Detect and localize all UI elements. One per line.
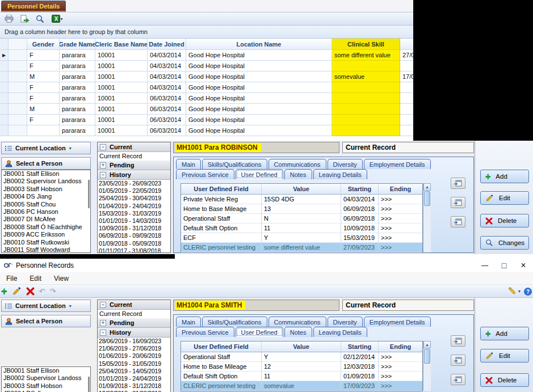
tab-communications[interactable]: Communications <box>268 159 326 169</box>
tab-previous-service[interactable]: Previous Service <box>176 327 234 337</box>
tab-user-defined[interactable]: User Defined <box>236 327 283 337</box>
tab-main[interactable]: Main <box>176 317 201 327</box>
window-title-bar[interactable]: Personnel Records — □ × <box>0 259 533 272</box>
minimize-button[interactable]: — <box>475 259 494 272</box>
table-scrollbar[interactable]: ▲ <box>423 183 431 252</box>
collapse-icon[interactable]: − <box>100 330 106 336</box>
col-value[interactable]: Value <box>262 342 341 352</box>
tab-diversity[interactable]: Diversity <box>328 317 363 327</box>
tab-leaving-details[interactable]: Leaving Details <box>313 327 367 337</box>
column-header-clinical-skill[interactable]: Clinical Skill <box>332 39 400 50</box>
tab-personnel-details[interactable]: Personnel Details <box>1 1 66 12</box>
history-item[interactable]: 01/05/2019 - 22/05/2019 <box>98 187 170 195</box>
col-user-defined-field[interactable]: User Defined Field <box>181 342 262 352</box>
pen-icon[interactable] <box>12 286 22 296</box>
delete-button[interactable]: Delete <box>480 214 529 227</box>
delete-button[interactable]: Delete <box>480 373 529 387</box>
list-item[interactable]: JB0005 Staff Chou <box>2 201 90 208</box>
scrollbar-thumb[interactable] <box>424 191 430 206</box>
tab-employment-details[interactable]: Employment Details <box>364 159 431 169</box>
tree-node-current[interactable]: − Current <box>98 142 170 152</box>
close-button[interactable]: × <box>514 259 533 272</box>
tab-skills-qualifications[interactable]: Skills/Qualifications <box>202 317 267 327</box>
zoom-icon[interactable] <box>34 14 45 24</box>
expand-icon[interactable]: + <box>100 162 106 168</box>
table-scrollbar[interactable]: ▲ <box>423 341 431 391</box>
column-header-grade-name[interactable]: Grade Name <box>60 39 95 50</box>
history-item[interactable]: 01/01/2019 - 24/04/2019 <box>98 375 170 382</box>
add-button[interactable]: + Add <box>480 327 529 340</box>
column-header-date-joined[interactable]: Date Joined <box>148 39 186 50</box>
table-row[interactable]: Operational StaffN06/09/2018>>> <box>181 214 422 224</box>
history-item[interactable]: 01/09/2018 - 31/12/2018 <box>98 382 170 390</box>
list-item[interactable]: JB0002 Supervisor Landoss <box>2 374 90 382</box>
history-item[interactable]: 25/04/2019 - 30/04/2019 <box>98 195 170 202</box>
col-ending[interactable]: Ending <box>379 342 422 352</box>
col-ending[interactable]: Ending <box>379 184 422 194</box>
edit-button[interactable]: Edit <box>480 191 529 205</box>
column-header-location-name[interactable]: Location Name <box>186 39 332 50</box>
col-starting[interactable]: Starting <box>341 342 379 352</box>
record-detail-button[interactable] <box>451 374 465 385</box>
tab-leaving-details[interactable]: Leaving Details <box>313 169 367 179</box>
table-row-selected[interactable]: CLERIC personnel testingsome different v… <box>181 243 422 252</box>
record-detail-button[interactable] <box>451 197 465 208</box>
list-item[interactable]: JB0002 Supervisor Landoss <box>2 178 90 185</box>
add-button[interactable]: + Add <box>480 170 529 183</box>
history-item[interactable]: 01/11/2017 - 31/08/2018 <box>98 247 170 253</box>
history-item[interactable]: 06/09/2018 - 09/09/2018 <box>98 232 170 239</box>
scrollbar-thumb[interactable] <box>424 349 430 364</box>
history-item[interactable]: 15/05/2019 - 31/05/2019 <box>98 360 170 368</box>
tab-communications[interactable]: Communications <box>268 317 326 327</box>
history-item[interactable]: 21/06/2019 - 27/06/2019 <box>98 345 170 352</box>
tree-node-pending[interactable]: + Pending <box>98 161 170 170</box>
maximize-button[interactable]: □ <box>494 259 514 272</box>
history-item[interactable]: 01/09/2018 - 05/09/2018 <box>98 240 170 247</box>
history-item[interactable]: 25/04/2019 - 14/05/2019 <box>98 368 170 375</box>
record-detail-button[interactable] <box>451 216 465 227</box>
collapse-icon[interactable]: − <box>100 144 106 150</box>
table-row[interactable]: Home to Base Mileage1306/09/2018>>> <box>181 204 422 214</box>
current-location-dropdown[interactable]: Current Location ▾ <box>1 300 91 312</box>
collapse-icon[interactable]: − <box>100 172 106 178</box>
tab-skills-qualifications[interactable]: Skills/Qualifications <box>202 159 267 169</box>
menu-view[interactable]: View <box>48 275 75 283</box>
list-item[interactable]: JB0004 DS Jiang <box>2 390 90 392</box>
tab-notes[interactable]: Notes <box>284 169 312 179</box>
tab-notes[interactable]: Notes <box>284 327 312 337</box>
table-row[interactable]: Home to Base Mileage1212/03/2018>>> <box>181 362 422 372</box>
list-item[interactable]: JB0007 DI McAfee <box>2 216 90 223</box>
list-scrollbar-thumb[interactable] <box>88 377 90 392</box>
list-item[interactable]: JB0001 Staff Ellison <box>2 170 90 178</box>
record-detail-button[interactable] <box>451 355 465 366</box>
table-row[interactable]: Default Shift Option1101/09/2018>>> <box>181 372 422 381</box>
changes-button[interactable]: Changes <box>480 236 529 250</box>
tree-node-pending[interactable]: + Pending <box>98 318 170 328</box>
print-icon[interactable] <box>3 14 15 24</box>
list-item[interactable]: JB0011 Staff Woodward <box>2 246 90 253</box>
history-item[interactable]: 23/05/2019 - 26/09/2023 <box>98 180 170 187</box>
table-row[interactable]: ECFY15/03/2019>>> <box>181 233 422 243</box>
column-header-cleric-base-name[interactable]: Cleric Base Name <box>95 39 148 50</box>
edit-button[interactable]: Edit <box>480 349 529 363</box>
list-item[interactable]: JB0004 DS Jiang <box>2 193 90 200</box>
current-location-dropdown[interactable]: Current Location ▾ <box>1 142 91 154</box>
tree-node-current[interactable]: − Current <box>98 300 170 310</box>
history-item[interactable]: 10/09/2018 - 31/12/2018 <box>98 225 170 232</box>
redo-icon[interactable]: ↷ <box>49 287 56 296</box>
table-row[interactable]: Default Shift Option1110/09/2018>>> <box>181 224 422 233</box>
table-row[interactable]: Operational StaffY02/12/2014>>> <box>181 352 422 362</box>
undo-icon[interactable]: ↶ <box>39 287 45 296</box>
tab-previous-service[interactable]: Previous Service <box>176 169 234 179</box>
collapse-icon[interactable]: − <box>100 302 106 308</box>
list-scrollbar-thumb[interactable] <box>88 180 90 208</box>
add-record-icon[interactable]: + <box>1 287 7 295</box>
tree-item-current-record[interactable]: Current Record <box>98 310 170 318</box>
scroll-up-icon[interactable]: ▲ <box>423 341 431 348</box>
col-starting[interactable]: Starting <box>341 184 379 194</box>
history-item[interactable]: 01/01/2019 - 14/03/2019 <box>98 217 170 225</box>
col-user-defined-field[interactable]: User Defined Field <box>181 184 262 194</box>
history-item[interactable]: 01/06/2019 - 20/06/2019 <box>98 352 170 360</box>
table-row-selected[interactable]: CLERIC personnel testingsomevalue17/09/2… <box>181 381 422 391</box>
export-icon[interactable] <box>19 14 30 24</box>
